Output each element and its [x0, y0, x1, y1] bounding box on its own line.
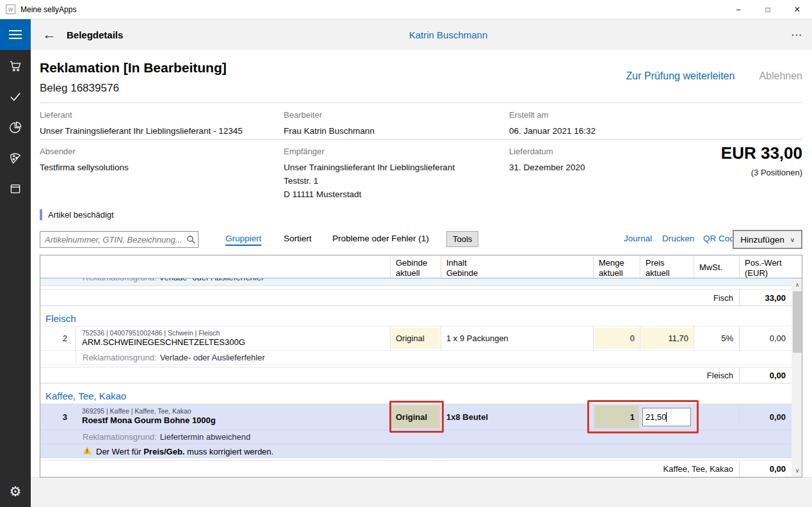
field-lieferdatum: Lieferdatum 31. Dezember 2020 [509, 147, 650, 174]
reject-button[interactable]: Ablehnen [759, 70, 802, 82]
positions-table: Gebindeaktuell InhaltGebinde Mengeaktuel… [40, 255, 802, 478]
chevron-down-icon: ∨ [790, 236, 795, 243]
settings-gear-icon[interactable]: ⚙ [0, 481, 31, 502]
maximize-button[interactable]: □ [753, 0, 783, 19]
validation-warning-row: Der Wert für Preis/Geb. muss korrigiert … [40, 444, 792, 458]
journal-link[interactable]: Journal [624, 234, 652, 243]
note-marker [40, 209, 42, 220]
col-gebinde-aktuell: Gebindeaktuell [390, 255, 441, 278]
col-mwst: MwSt. [694, 255, 739, 278]
vertical-scrollbar[interactable]: ∧ ∨ [792, 278, 802, 477]
preis-cell [640, 404, 694, 430]
warning-text: Der Wert für Preis/Geb. muss korrigiert … [96, 447, 273, 456]
field-erstellt-am: Erstellt am 06. Januar 2021 16:32 [509, 110, 701, 138]
hinzufuegen-button[interactable]: Hinzufügen ∨ [733, 230, 802, 249]
note-text: Artikel beschädigt [48, 210, 114, 220]
scroll-down-arrow[interactable]: ∨ [792, 465, 803, 476]
scrollbar-thumb[interactable] [793, 291, 802, 353]
drucken-link[interactable]: Drucken [662, 234, 694, 243]
col-preis-aktuell: Preisaktuell [640, 255, 694, 278]
page-title: Belegdetails [67, 19, 123, 50]
item-toolbar: Gruppiert Sortiert Probleme oder Fehler … [31, 230, 812, 250]
document-number: Beleg 16839576 [40, 82, 119, 95]
window-controls: − □ × [724, 0, 812, 19]
close-button[interactable]: × [783, 0, 812, 19]
document-actions: Zur Prüfung weiterleiten Ablehnen [626, 70, 802, 82]
subtotal-fleisch: Fleisch 0,00 [40, 367, 792, 383]
subtotal-fisch: Fisch 33,00 [40, 289, 792, 306]
item-row-3-selected[interactable]: 3 369295 | Kaffee | Kaffee, Tee, Kakao R… [40, 404, 792, 430]
mwst-cell [694, 404, 739, 430]
article-cell: 369295 | Kaffee | Kaffee, Tee, Kakao Roe… [76, 404, 390, 430]
more-options-button[interactable]: ⋯ [791, 19, 803, 50]
inhalt-cell: 1 x 9 Packungen [441, 326, 593, 350]
field-empfaenger: Empfänger Unser Trainingslieferant Ihr L… [284, 147, 495, 201]
group-header-kaffee: Kaffee, Tee, Kakao [40, 388, 792, 404]
col-inhalt-gebinde: InhaltGebinde [441, 255, 593, 278]
cart-icon[interactable] [8, 59, 22, 73]
title-bar: w Meine sellyApps − □ × [0, 0, 812, 19]
item-row-2[interactable]: 2 752536 | 04007951002486 | Schwein | Fl… [40, 326, 792, 351]
check-icon[interactable] [8, 90, 22, 104]
menge-cell: 0 [593, 326, 640, 350]
scroll-up-arrow[interactable]: ∧ [792, 280, 803, 290]
document-title: Reklamation [In Bearbeitung] [40, 60, 227, 76]
position-number: 2 [40, 326, 76, 350]
warning-icon [83, 446, 92, 456]
col-menge-aktuell: Mengeaktuell [593, 255, 640, 278]
wert-cell: 0,00 [739, 404, 792, 430]
search-icon [184, 235, 198, 245]
divider [40, 102, 802, 103]
subtotal-kaffee: Kaffee, Tee, Kakao 0,00 [40, 460, 792, 477]
position-count: (3 Positionen) [751, 168, 802, 177]
clipped-row[interactable]: Reklamationsgrund: Verlade- oder Auslief… [40, 278, 792, 286]
table-rows: Reklamationsgrund: Verlade- oder Auslief… [40, 278, 792, 477]
preis-cell: 11,70 [640, 326, 694, 350]
search-input[interactable] [40, 235, 184, 245]
app-title: Meine sellyApps [20, 5, 76, 14]
gebinde-cell: Original [390, 404, 441, 430]
wert-cell: 0,00 [739, 326, 792, 350]
field-bearbeiter: Bearbeiter Frau Katrin Buschmann [284, 110, 495, 138]
app-window: w Meine sellyApps − □ × ← Belegdetails K… [0, 0, 812, 507]
back-button[interactable]: ← [40, 19, 59, 50]
minimize-button[interactable]: − [724, 0, 753, 19]
group-header-fleisch: Fleisch [40, 310, 792, 326]
hamburger-menu-button[interactable] [0, 19, 31, 50]
reklamationsgrund-row: Reklamationsgrund: Liefertermin abweiche… [40, 430, 792, 444]
spacer [40, 306, 792, 310]
search-box [40, 231, 199, 248]
main-content: Reklamation [In Bearbeitung] Beleg 16839… [31, 50, 812, 507]
total-amount: EUR 33,00 [721, 143, 802, 163]
footer-strip [31, 477, 812, 507]
inhalt-cell: 1x8 Beutel [441, 404, 593, 430]
spacer [40, 383, 792, 388]
filter-gruppiert[interactable]: Gruppiert [225, 234, 261, 246]
app-icon: w [6, 4, 15, 14]
sidebar: ⚙ [0, 50, 31, 507]
table-header: Gebindeaktuell InhaltGebinde Mengeaktuel… [40, 255, 802, 278]
col-pos-wert: Pos.-Wert(EUR) [739, 255, 792, 278]
article-cell: 752536 | 04007951002486 | Schwein | Flei… [76, 326, 390, 350]
note-row: Artikel beschädigt [40, 209, 114, 220]
position-number: 3 [40, 404, 76, 430]
field-lieferant: Lieferant Unser Trainingslieferant Ihr L… [40, 110, 277, 138]
filter-probleme[interactable]: Probleme oder Fehler (1) [332, 234, 429, 243]
filter-sortiert[interactable]: Sortiert [284, 234, 312, 243]
mwst-cell: 5% [694, 326, 739, 350]
forward-for-review-button[interactable]: Zur Prüfung weiterleiten [626, 70, 735, 82]
app-header: ← Belegdetails Katrin Buschmann ⋯ [0, 19, 812, 50]
tools-button[interactable]: Tools [446, 231, 478, 247]
current-user[interactable]: Katrin Buschmann [409, 19, 488, 50]
divider [40, 139, 802, 140]
book-icon[interactable] [8, 182, 22, 196]
pie-chart-icon[interactable] [8, 120, 22, 134]
pizza-icon[interactable] [8, 151, 22, 165]
add-button-label: Hinzufügen [740, 235, 784, 245]
gebinde-cell: Original [390, 326, 441, 350]
reklamationsgrund-row: Reklamationsgrund: Verlade- oder Auslief… [40, 351, 792, 365]
field-absender: Absender Testfirma sellysolutions [40, 147, 277, 174]
price-input[interactable] [642, 408, 691, 426]
menge-cell: 1 [593, 404, 640, 430]
